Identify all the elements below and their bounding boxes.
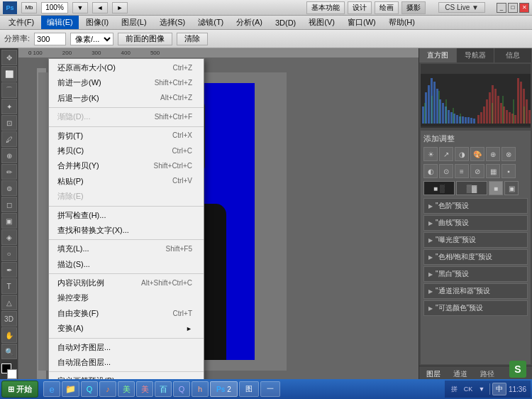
app-btn-yi[interactable]: 一 xyxy=(260,381,280,397)
pattern-icon[interactable]: ▣ xyxy=(504,181,519,195)
menu-copy[interactable]: 拷贝(C) Ctrl+C xyxy=(49,143,204,158)
image-viewer-btn[interactable]: 图 xyxy=(239,381,259,397)
threshold-icon[interactable]: ▪ xyxy=(501,164,516,178)
menu-fade[interactable]: 渐隐(D)... Shift+Ctrl+F xyxy=(49,109,204,124)
menu-help[interactable]: 帮助(H) xyxy=(383,16,421,29)
gradient-tool[interactable]: ▣ xyxy=(1,213,17,229)
menu-paste[interactable]: 粘贴(P) Ctrl+V xyxy=(49,174,204,189)
close-btn[interactable]: ✕ xyxy=(519,3,529,13)
pen-tool[interactable]: ✒ xyxy=(1,262,17,278)
huesat-preset[interactable]: ▶ "色相/饱和度"预设 xyxy=(423,249,528,265)
menu-btn-1[interactable]: Mb xyxy=(21,2,37,13)
cs-live-btn[interactable]: CS Live ▼ xyxy=(438,2,485,13)
bw-preset[interactable]: ▶ "黑白"预设 xyxy=(423,266,528,282)
3d-tool[interactable]: 3D xyxy=(1,311,17,327)
unit-select[interactable]: 像素/... xyxy=(70,33,113,45)
menu-edit[interactable]: 编辑(E) xyxy=(41,16,79,29)
levels-preset[interactable]: ▶ "色阶"预设 xyxy=(423,198,528,214)
channel-mix-icon[interactable]: ≡ xyxy=(455,164,469,178)
zoom-dropdown[interactable]: ▼ xyxy=(72,2,88,13)
menu-step-back[interactable]: 后退一步(K) Alt+Ctrl+Z xyxy=(49,91,204,106)
exposure-preset[interactable]: ▶ "曝光度"预设 xyxy=(423,232,528,248)
vibrance-icon[interactable]: 🎨 xyxy=(470,147,484,161)
tray-icon-1[interactable]: 拼 xyxy=(449,383,460,395)
resolution-input[interactable] xyxy=(34,33,66,45)
selective-color-preset[interactable]: ▶ "可选颜色"预设 xyxy=(423,300,528,316)
exposure-icon[interactable]: ◑ xyxy=(455,147,469,161)
move-tool[interactable]: ✥ xyxy=(1,50,17,65)
menu-transform[interactable]: 变换(A) ► xyxy=(49,321,204,336)
brush-tool[interactable]: ✏ xyxy=(1,164,17,180)
menu-filter[interactable]: 滤镜(T) xyxy=(192,16,229,29)
front-image-btn[interactable]: 前面的图像 xyxy=(118,33,172,45)
nav-right[interactable]: ► xyxy=(112,2,128,13)
zoom-display[interactable]: 100% xyxy=(41,2,68,13)
hand-tool[interactable]: ✋ xyxy=(1,327,17,343)
taskbar-folder-btn[interactable]: 📁 xyxy=(62,381,79,397)
photo-filter-icon[interactable]: ⊙ xyxy=(439,164,453,178)
bw-icon[interactable]: ◐ xyxy=(423,164,438,178)
menu-layer[interactable]: 图层(L) xyxy=(116,16,152,29)
workspace-design[interactable]: 设计 xyxy=(348,1,372,14)
menu-fill[interactable]: 填充(L)... Shift+F5 xyxy=(49,241,204,256)
taskbar-btn-4[interactable]: ♪ xyxy=(99,381,116,397)
minimize-btn[interactable]: _ xyxy=(497,3,506,13)
menu-view[interactable]: 视图(V) xyxy=(303,16,340,29)
start-button[interactable]: ⊞ 开始 xyxy=(1,381,38,398)
menu-clear[interactable]: 清除(E) xyxy=(49,189,204,204)
menu-window[interactable]: 窗口(W) xyxy=(342,16,382,29)
solid-color-icon[interactable]: ■ xyxy=(489,181,503,195)
menu-merge-copy[interactable]: 合并拷贝(Y) Shift+Ctrl+C xyxy=(49,158,204,173)
menu-undo[interactable]: 还原画布大小(O) Ctrl+Z xyxy=(49,60,204,75)
dodge-tool[interactable]: ○ xyxy=(1,246,17,261)
menu-stroke[interactable]: 描边(S)... xyxy=(49,257,204,272)
brightness-icon[interactable]: ☀ xyxy=(423,147,438,161)
gradient-map-icon[interactable]: ■ ░ xyxy=(423,181,455,195)
menu-file[interactable]: 文件(F) xyxy=(3,16,40,29)
menu-step-forward[interactable]: 前进一步(W) Shift+Ctrl+Z xyxy=(49,75,204,90)
shape-tool[interactable]: △ xyxy=(1,295,17,310)
invert-icon[interactable]: ⊘ xyxy=(470,164,484,178)
select-tool[interactable]: ⬜ xyxy=(1,66,17,82)
taskbar-btn-9[interactable]: h xyxy=(192,381,209,397)
tray-icon-2[interactable]: CK xyxy=(462,383,474,395)
workspace-basic[interactable]: 基本功能 xyxy=(306,1,345,14)
taskbar-ie-btn[interactable]: e xyxy=(43,381,60,397)
canvas-scroll-area[interactable]: 0 100 200 300 xyxy=(18,58,419,383)
taskbar-btn-7[interactable]: 百 xyxy=(155,381,172,397)
menu-cut[interactable]: 剪切(T) Ctrl+X xyxy=(49,129,204,143)
taskbar-btn-3[interactable]: Q xyxy=(81,381,98,397)
lasso-tool[interactable]: ⌒ xyxy=(1,82,17,98)
patch-tool[interactable]: ⊕ xyxy=(1,148,17,163)
taskbar-btn-6[interactable]: 美 xyxy=(136,381,153,397)
channel-mixer-preset[interactable]: ▶ "通道混和器"预设 xyxy=(423,283,528,299)
magic-wand-tool[interactable]: ✦ xyxy=(1,99,17,114)
menu-find-replace[interactable]: 查找和替换文字(X)... xyxy=(49,223,204,238)
menu-3d[interactable]: 3D(D) xyxy=(270,17,301,28)
menu-analysis[interactable]: 分析(A) xyxy=(231,16,268,29)
color-swatch[interactable] xyxy=(1,364,17,379)
clone-tool[interactable]: ⊚ xyxy=(1,180,17,196)
color-bal-icon[interactable]: ⊗ xyxy=(501,147,516,161)
tray-icon-3[interactable]: ▼ xyxy=(476,383,487,395)
text-tool[interactable]: T xyxy=(1,278,17,294)
eyedropper-tool[interactable]: 🖊 xyxy=(1,131,17,147)
menu-image[interactable]: 图像(I) xyxy=(80,16,114,29)
zoom-tool[interactable]: 🔍 xyxy=(1,344,17,359)
menu-auto-blend[interactable]: 自动混合图层... xyxy=(49,355,204,370)
curves-icon[interactable]: ↗ xyxy=(439,147,453,161)
ps-taskbar-btn[interactable]: Ps 2 xyxy=(210,381,238,397)
menu-auto-align[interactable]: 自动对齐图层... xyxy=(49,340,204,355)
tab-histogram[interactable]: 直方图 xyxy=(419,48,457,62)
menu-content-scale[interactable]: 内容识别比例 Alt+Shift+Ctrl+C xyxy=(49,275,204,290)
posterize-icon[interactable]: ▦ xyxy=(486,164,500,178)
ime-button[interactable]: 中 xyxy=(492,383,506,395)
eraser-tool[interactable]: ◻ xyxy=(1,197,17,212)
selective-color-icon[interactable]: ▒▓ xyxy=(456,181,487,195)
tab-info[interactable]: 信息 xyxy=(494,48,532,62)
maximize-btn[interactable]: □ xyxy=(508,3,518,13)
tab-navigator[interactable]: 导航器 xyxy=(457,48,494,62)
workspace-photo[interactable]: 摄影 xyxy=(401,1,426,14)
hue-sat-icon[interactable]: ⊕ xyxy=(486,147,500,161)
taskbar-btn-5[interactable]: 美 xyxy=(118,381,135,397)
